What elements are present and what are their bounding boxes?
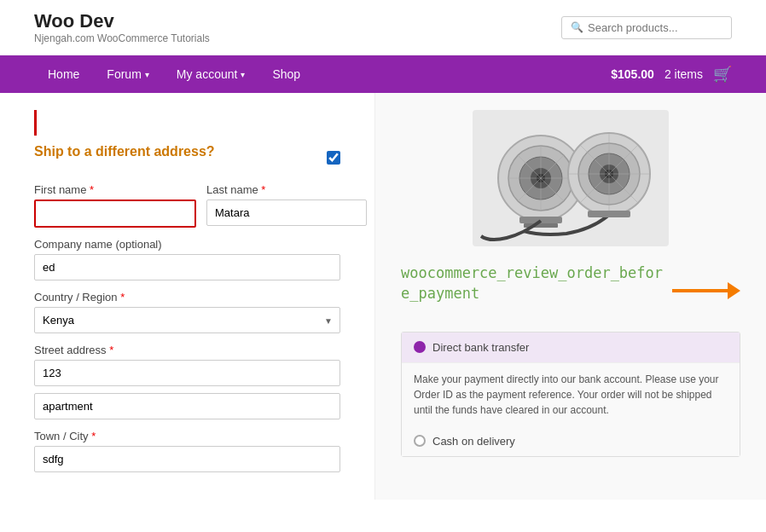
payment-option-cash[interactable]: Cash on delivery: [402, 426, 740, 456]
nav-right: $105.00 2 items 🛒: [611, 65, 732, 84]
product-image-area: [401, 110, 740, 246]
search-icon: 🔍: [571, 21, 583, 33]
radio-cash[interactable]: [414, 435, 426, 447]
cart-icon[interactable]: 🛒: [713, 65, 732, 84]
radio-bank[interactable]: [414, 341, 426, 353]
ship-address-row: Ship to a different address?: [34, 144, 340, 171]
svg-marker-23: [728, 282, 740, 299]
nav-item-forum[interactable]: Forum ▾: [93, 55, 162, 93]
street-label: Street address *: [34, 344, 340, 356]
search-input[interactable]: [588, 21, 722, 34]
last-name-input[interactable]: [206, 200, 367, 226]
ship-checkbox[interactable]: [327, 151, 340, 165]
chevron-down-icon: ▾: [145, 70, 149, 79]
first-name-group: First name *: [34, 183, 196, 228]
country-label: Country / Region *: [34, 291, 340, 304]
company-label: Company name (optional): [34, 238, 340, 251]
last-name-label: Last name *: [206, 183, 367, 196]
nav-left: Home Forum ▾ My account ▾ Shop: [34, 55, 314, 93]
site-nav: Home Forum ▾ My account ▾ Shop $105.00 2…: [0, 55, 766, 93]
payment-section: Direct bank transfer Make your payment d…: [401, 332, 740, 457]
site-branding: Woo Dev Njengah.com WooCommerce Tutorial…: [34, 10, 210, 44]
payment-label-cash: Cash on delivery: [432, 435, 515, 448]
name-row: First name * Last name *: [34, 183, 340, 228]
payment-option-bank[interactable]: Direct bank transfer: [402, 332, 740, 363]
right-panel: woocommerce_review_order_before_payment …: [375, 93, 766, 500]
chevron-down-icon: ▾: [241, 70, 245, 79]
company-group: Company name (optional): [34, 238, 340, 280]
company-input[interactable]: [34, 254, 340, 280]
street-input[interactable]: [34, 360, 340, 386]
orange-arrow-icon: [672, 278, 740, 304]
arrow-area: [672, 278, 740, 304]
top-border-line: [34, 110, 340, 136]
last-name-group: Last name *: [206, 183, 367, 228]
svg-rect-21: [588, 211, 630, 217]
product-image: [473, 110, 669, 246]
first-name-input[interactable]: [34, 200, 196, 228]
payment-description: Make your payment directly into our bank…: [402, 363, 740, 426]
ship-title: Ship to a different address?: [34, 144, 215, 159]
site-title: Woo Dev: [34, 10, 210, 32]
city-input[interactable]: [34, 446, 340, 472]
main-content: Ship to a different address? First name …: [0, 93, 766, 500]
city-group: Town / City *: [34, 430, 340, 472]
hook-text-row: woocommerce_review_order_before_payment: [401, 263, 740, 318]
first-name-label: First name *: [34, 183, 196, 196]
payment-label-bank: Direct bank transfer: [432, 341, 529, 354]
nav-item-myaccount[interactable]: My account ▾: [163, 55, 259, 93]
country-select[interactable]: Kenya Uganda Tanzania: [34, 307, 340, 333]
city-label: Town / City *: [34, 430, 340, 442]
site-header: Woo Dev Njengah.com WooCommerce Tutorial…: [0, 0, 766, 55]
search-bar[interactable]: 🔍: [561, 16, 732, 39]
site-tagline: Njengah.com WooCommerce Tutorials: [34, 32, 210, 44]
cart-items-count: 2 items: [664, 67, 703, 81]
street-group: Street address *: [34, 344, 340, 386]
cart-amount: $105.00: [611, 67, 654, 81]
country-select-wrapper: Kenya Uganda Tanzania: [34, 307, 340, 333]
nav-item-home[interactable]: Home: [34, 55, 93, 93]
nav-item-shop[interactable]: Shop: [258, 55, 314, 93]
country-group: Country / Region * Kenya Uganda Tanzania: [34, 291, 340, 333]
form-panel: Ship to a different address? First name …: [0, 93, 375, 500]
apt-group: [34, 393, 340, 419]
apt-input[interactable]: [34, 393, 340, 419]
hook-text: woocommerce_review_order_before_payment: [401, 263, 664, 304]
